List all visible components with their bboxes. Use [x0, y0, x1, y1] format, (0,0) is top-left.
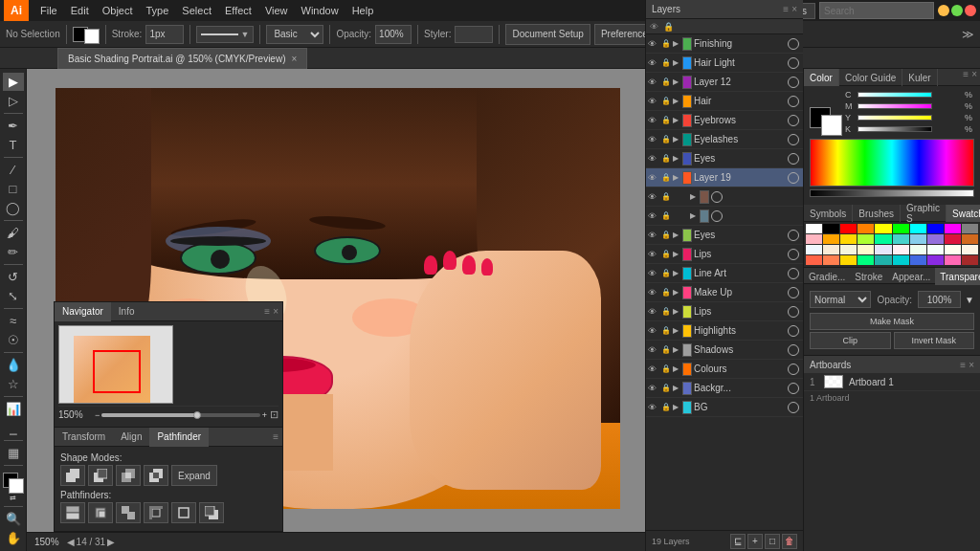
swatch-cell[interactable] [875, 255, 891, 265]
layer-row[interactable]: 👁 🔒 ▶ [646, 207, 803, 226]
swatch-cell[interactable] [823, 245, 839, 254]
swatch-cell[interactable] [875, 224, 891, 233]
appearance-tab[interactable]: Appear... [887, 268, 935, 285]
prev-page-button[interactable]: ◀ [67, 537, 75, 547]
layer-target-circle[interactable] [788, 57, 799, 69]
swatch-cell[interactable] [945, 224, 961, 233]
layer-visibility-icon[interactable]: 👁 [648, 288, 661, 298]
layer-expand-arrow[interactable]: ▶ [673, 39, 682, 48]
layer-row[interactable]: 👁 🔒 ▶ Eyes [646, 149, 803, 168]
layer-visibility-icon[interactable]: 👁 [648, 97, 661, 106]
nav-expand-icon[interactable]: ⊡ [270, 408, 278, 421]
swatch-cell[interactable] [840, 224, 857, 233]
artboard-item-1[interactable]: 1 Artboard 1 [804, 373, 980, 390]
layer-row[interactable]: 👁 🔒 ▶ Hair [646, 92, 803, 111]
swatch-cell[interactable] [910, 245, 926, 254]
menu-help[interactable]: Help [346, 3, 380, 18]
layer-visibility-icon[interactable]: 👁 [648, 384, 661, 393]
layer-visibility-icon[interactable]: 👁 [648, 326, 661, 336]
artboards-close[interactable]: × [969, 360, 974, 370]
layer-row[interactable]: 👁 🔒 ▶ Eyelashes [646, 130, 803, 149]
rotate-tool[interactable]: ↺ [3, 268, 24, 286]
make-mask-button[interactable]: Make Mask [810, 313, 974, 330]
pencil-tool[interactable]: ✏ [3, 243, 24, 261]
layer-lock-icon[interactable]: 🔒 [661, 135, 673, 143]
layer-visibility-icon[interactable]: 👁 [648, 173, 661, 183]
swatch-cell[interactable] [858, 234, 874, 244]
make-sublayer-button[interactable]: ⊑ [730, 534, 746, 549]
menu-edit[interactable]: Edit [65, 3, 95, 18]
layer-lock-icon[interactable]: 🔒 [661, 326, 673, 335]
invert-mask-button[interactable]: Invert Mask [894, 332, 975, 349]
layer-expand-arrow[interactable]: ▶ [673, 269, 682, 277]
layer-row[interactable]: 👁 🔒 ▶ Finishing [646, 34, 803, 54]
layer-visibility-icon[interactable]: 👁 [648, 211, 661, 221]
transparency-tab[interactable]: Transparency [935, 268, 980, 285]
graphics-styles-tab[interactable]: Graphic S [901, 205, 947, 222]
menu-view[interactable]: View [259, 3, 294, 18]
swatch-cell[interactable] [823, 224, 839, 233]
layer-row[interactable]: 👁 🔒 ▶ Backgr... [646, 379, 803, 398]
layer-lock-icon[interactable]: 🔒 [661, 288, 673, 297]
swatch-cell[interactable] [840, 255, 857, 265]
color-guide-tab[interactable]: Color Guide [839, 69, 902, 86]
layers-menu-icon[interactable]: ≡ [783, 4, 789, 14]
gradient-tab[interactable]: Gradie... [804, 268, 850, 285]
layer-target-circle[interactable] [788, 325, 799, 337]
swatch-cell[interactable] [945, 245, 961, 254]
layer-target-circle[interactable] [788, 249, 799, 260]
minus-back-button[interactable] [199, 502, 224, 523]
kuler-tab[interactable]: Kuler [902, 69, 937, 86]
divide-button[interactable] [60, 502, 85, 523]
panel-menu-icon[interactable]: ≡ [264, 306, 270, 317]
layer-expand-arrow[interactable]: ▶ [673, 384, 682, 392]
swatch-cell[interactable] [927, 234, 944, 244]
layer-visibility-icon[interactable]: 👁 [648, 192, 661, 202]
layer-expand-arrow[interactable]: ▶ [673, 58, 682, 67]
swatch-cell[interactable] [893, 224, 909, 233]
clip-button[interactable]: Clip [810, 332, 891, 349]
rectangle-tool[interactable]: □ [3, 180, 24, 198]
m-slider[interactable] [858, 103, 932, 109]
zoom-slider[interactable] [101, 413, 259, 417]
layer-lock-icon[interactable]: 🔒 [661, 269, 673, 277]
layer-lock-icon[interactable]: 🔒 [661, 77, 673, 86]
pathfinder-tab[interactable]: Pathfinder [149, 428, 209, 447]
tab-close-button[interactable]: × [291, 54, 297, 64]
swatch-cell[interactable] [910, 224, 926, 233]
color-tab[interactable]: Color [804, 69, 839, 86]
layer-lock-icon[interactable]: 🔒 [661, 154, 673, 163]
layer-row[interactable]: 👁 🔒 ▶ Colours [646, 360, 803, 379]
document-tab[interactable]: Basic Shading Portrait.ai @ 150% (CMYK/P… [57, 48, 307, 69]
layer-expand-arrow[interactable]: ▶ [673, 135, 682, 143]
layer-expand-arrow[interactable]: ▶ [673, 403, 682, 411]
direct-selection-tool[interactable]: ▷ [3, 92, 24, 110]
layer-visibility-icon[interactable]: 👁 [648, 403, 661, 412]
layer-lock-icon[interactable]: 🔒 [661, 250, 673, 258]
swatch-cell[interactable] [945, 255, 961, 265]
zoom-out-icon[interactable]: − [95, 410, 100, 420]
create-new-sublayer-button[interactable]: □ [765, 534, 780, 549]
layer-row[interactable]: 👁 🔒 ▶ Line Art [646, 264, 803, 283]
zoom-tool[interactable]: 🔍 [3, 510, 24, 528]
blend-mode-select[interactable]: Normal [810, 291, 871, 308]
search-input[interactable] [819, 2, 934, 19]
layer-target-circle[interactable] [788, 364, 799, 375]
menu-window[interactable]: Window [296, 3, 345, 18]
new-layer-button[interactable]: + [747, 534, 763, 549]
layer-lock-icon[interactable]: 🔒 [661, 192, 673, 201]
layer-row[interactable]: 👁 🔒 ▶ Lips [646, 302, 803, 321]
layer-lock-icon[interactable]: 🔒 [661, 307, 673, 316]
swatch-cell[interactable] [823, 234, 839, 244]
stroke-style-selector[interactable]: ▼ [196, 26, 254, 43]
gradient-tool[interactable]: ▦ [3, 444, 24, 462]
swatch-cell[interactable] [893, 255, 909, 265]
layer-target-circle[interactable] [788, 230, 799, 241]
layer-expand-arrow[interactable]: ▶ [673, 364, 682, 373]
next-page-button[interactable]: ▶ [107, 537, 115, 547]
layer-lock-icon[interactable]: 🔒 [661, 39, 673, 48]
swatch-cell[interactable] [927, 255, 944, 265]
delete-layer-button[interactable]: 🗑 [782, 534, 797, 549]
stroke-color-box[interactable] [84, 29, 100, 44]
color-gray-bar[interactable] [810, 189, 974, 197]
